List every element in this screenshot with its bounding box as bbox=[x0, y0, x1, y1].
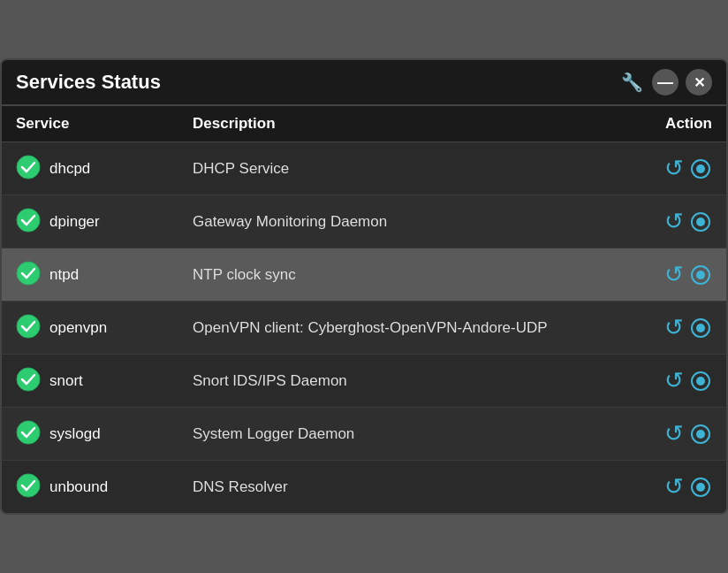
services-status-window: Services Status 🔧 — ✕ Service Descriptio… bbox=[0, 58, 728, 515]
stop-button-openvpn[interactable] bbox=[689, 317, 712, 340]
status-icon-dpinger bbox=[16, 208, 41, 236]
svg-point-20 bbox=[696, 483, 705, 492]
action-cell-snort: ↺ bbox=[624, 365, 712, 396]
svg-point-3 bbox=[17, 209, 40, 232]
restart-button-snort[interactable]: ↺ bbox=[663, 365, 686, 396]
service-cell-dpinger: dpinger bbox=[16, 208, 193, 236]
restart-button-openvpn[interactable]: ↺ bbox=[663, 312, 686, 343]
services-table: Service Description Action dhcpd DHCP Se… bbox=[2, 106, 726, 513]
restart-button-syslogd[interactable]: ↺ bbox=[663, 418, 686, 449]
restart-button-unbound[interactable]: ↺ bbox=[663, 471, 686, 502]
service-cell-snort: snort bbox=[16, 367, 193, 395]
status-icon-openvpn bbox=[16, 314, 41, 342]
header-action: Action bbox=[624, 115, 712, 133]
service-cell-ntpd: ntpd bbox=[16, 261, 193, 289]
description-unbound: DNS Resolver bbox=[193, 478, 624, 496]
window-controls: 🔧 — ✕ bbox=[618, 69, 712, 96]
description-dhcpd: DHCP Service bbox=[193, 160, 624, 178]
table-row: dpinger Gateway Monitoring Daemon ↺ bbox=[2, 195, 726, 248]
action-cell-syslogd: ↺ bbox=[624, 418, 712, 449]
restart-button-ntpd[interactable]: ↺ bbox=[663, 259, 686, 290]
stop-button-dpinger[interactable] bbox=[689, 210, 712, 233]
service-name-openvpn: openvpn bbox=[49, 319, 107, 337]
restart-button-dhcpd[interactable]: ↺ bbox=[663, 153, 686, 184]
svg-point-15 bbox=[17, 421, 40, 444]
svg-point-14 bbox=[696, 377, 705, 386]
restart-button-dpinger[interactable]: ↺ bbox=[663, 206, 686, 237]
description-syslogd: System Logger Daemon bbox=[193, 425, 624, 443]
table-row: dhcpd DHCP Service ↺ bbox=[2, 142, 726, 195]
table-row: syslogd System Logger Daemon ↺ bbox=[2, 408, 726, 461]
minimize-button[interactable]: — bbox=[652, 69, 679, 96]
action-cell-dpinger: ↺ bbox=[624, 206, 712, 237]
svg-point-18 bbox=[17, 474, 40, 497]
close-button[interactable]: ✕ bbox=[686, 69, 712, 96]
table-row: snort Snort IDS/IPS Daemon ↺ bbox=[2, 355, 726, 408]
stop-button-syslogd[interactable] bbox=[689, 423, 712, 446]
svg-point-6 bbox=[17, 262, 40, 285]
table-row: unbound DNS Resolver ↺ bbox=[2, 461, 726, 513]
window-title: Services Status bbox=[16, 71, 161, 94]
service-name-snort: snort bbox=[49, 372, 83, 390]
stop-button-dhcpd[interactable] bbox=[689, 157, 712, 180]
table-row: ntpd NTP clock sync ↺ bbox=[2, 248, 726, 302]
table-header: Service Description Action bbox=[2, 106, 726, 142]
svg-point-17 bbox=[696, 430, 705, 439]
action-cell-openvpn: ↺ bbox=[624, 312, 712, 343]
service-name-syslogd: syslogd bbox=[49, 425, 101, 443]
stop-button-ntpd[interactable] bbox=[689, 264, 712, 286]
service-cell-syslogd: syslogd bbox=[16, 420, 193, 448]
svg-point-0 bbox=[17, 156, 40, 179]
action-cell-unbound: ↺ bbox=[624, 471, 712, 502]
action-cell-dhcpd: ↺ bbox=[624, 153, 712, 184]
status-icon-dhcpd bbox=[16, 155, 41, 183]
description-ntpd: NTP clock sync bbox=[193, 266, 624, 284]
description-snort: Snort IDS/IPS Daemon bbox=[193, 372, 624, 390]
svg-point-9 bbox=[17, 315, 40, 338]
service-name-unbound: unbound bbox=[49, 478, 108, 496]
service-name-dpinger: dpinger bbox=[49, 213, 100, 231]
svg-point-8 bbox=[696, 271, 705, 279]
titlebar: Services Status 🔧 — ✕ bbox=[2, 60, 726, 106]
service-name-dhcpd: dhcpd bbox=[49, 160, 90, 178]
status-icon-snort bbox=[16, 367, 41, 395]
status-icon-ntpd bbox=[16, 261, 41, 289]
wrench-button[interactable]: 🔧 bbox=[618, 69, 645, 96]
description-dpinger: Gateway Monitoring Daemon bbox=[193, 213, 624, 231]
svg-point-2 bbox=[696, 164, 705, 173]
header-service: Service bbox=[16, 115, 193, 133]
service-cell-dhcpd: dhcpd bbox=[16, 155, 193, 183]
service-cell-unbound: unbound bbox=[16, 473, 193, 501]
service-name-ntpd: ntpd bbox=[49, 266, 79, 284]
table-body: dhcpd DHCP Service ↺ dpinger Gateway M bbox=[2, 142, 726, 513]
status-icon-syslogd bbox=[16, 420, 41, 448]
svg-point-11 bbox=[696, 324, 705, 332]
table-row: openvpn OpenVPN client: Cyberghost-OpenV… bbox=[2, 302, 726, 355]
svg-point-12 bbox=[17, 368, 40, 391]
description-openvpn: OpenVPN client: Cyberghost-OpenVPN-Andor… bbox=[193, 319, 624, 337]
stop-button-snort[interactable] bbox=[689, 370, 712, 393]
stop-button-unbound[interactable] bbox=[689, 476, 712, 499]
service-cell-openvpn: openvpn bbox=[16, 314, 193, 342]
status-icon-unbound bbox=[16, 473, 41, 501]
action-cell-ntpd: ↺ bbox=[624, 259, 712, 290]
header-description: Description bbox=[193, 115, 624, 133]
svg-point-5 bbox=[696, 218, 705, 226]
